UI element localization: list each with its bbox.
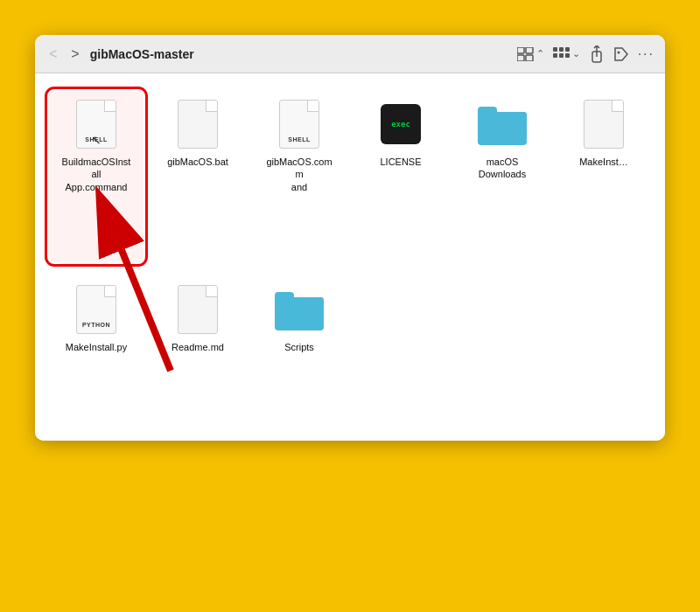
list-item[interactable]: gibMacOS.bat [150,91,245,262]
file-name: MakeInstall.py [66,341,127,353]
file-icon: SHELL ↖ [72,96,121,152]
exec-label: exec [391,120,410,129]
svg-rect-6 [565,47,570,52]
svg-rect-4 [553,47,557,52]
svg-rect-5 [559,47,564,52]
arrange-icon [553,47,570,61]
list-item[interactable]: Readme.md [150,276,245,423]
svg-rect-8 [559,53,564,58]
bat-file-icon [178,100,218,149]
file-icon [275,282,324,337]
list-item[interactable]: PYTHON MakeInstall.py [49,276,144,423]
file-grid-container: SHELL ↖ BuildmacOSInstallApp.command gib… [35,73,665,441]
share-button[interactable] [589,45,605,63]
toolbar-icons: ⌃ ⌄ [517,45,654,63]
finder-window: < > gibMacOS-master ⌃ [35,35,665,441]
tag-icon [613,46,629,62]
arrange-button[interactable]: ⌄ [553,47,580,61]
file-icon [173,282,222,337]
forward-button[interactable]: > [67,45,82,64]
svg-rect-2 [517,55,524,61]
svg-rect-3 [526,55,533,61]
list-item[interactable]: Scripts [252,276,346,423]
scripts-folder-icon [275,289,324,330]
file-icon [173,96,222,152]
file-icon [478,96,527,152]
file-icon: exec [376,96,425,152]
toolbar: < > gibMacOS-master ⌃ [35,35,665,73]
command-file-icon: SHELL [279,100,319,149]
list-item[interactable]: SHELL ↖ BuildmacOSInstallApp.command [49,91,144,262]
exec-file-icon: exec [381,104,421,144]
file-name: gibMacOS.bat [167,156,228,168]
readme-file-icon [178,285,218,334]
file-name: macOSDownloads [479,156,526,181]
path-title: gibMacOS-master [90,47,510,61]
svg-point-11 [617,51,620,53]
shell-label: SHELL [288,136,310,143]
file-name: BuildmacOSInstallApp.command [61,156,131,193]
back-button[interactable]: < [46,45,60,64]
svg-rect-0 [517,47,524,53]
svg-rect-7 [553,53,557,58]
file-grid: SHELL ↖ BuildmacOSInstallApp.command gib… [35,73,665,441]
file-name: Readme.md [172,341,224,353]
svg-rect-9 [565,53,570,58]
folder-body [478,112,527,145]
svg-rect-1 [526,47,533,53]
share-icon [589,45,605,63]
view-button[interactable]: ⌃ [517,47,544,61]
arrange-chevron: ⌄ [572,48,580,59]
file-name: gibMacOS.command [264,156,334,193]
list-item[interactable]: macOSDownloads [455,91,550,262]
python-file-icon: PYTHON [76,285,116,334]
folder-body [275,297,324,330]
view-chevron: ⌃ [536,48,544,59]
file-icon: PYTHON [72,282,121,337]
cursor-icon: ↖ [91,133,102,147]
file-name: MakeInst… [579,156,628,168]
list-item[interactable]: MakeInst… [556,91,651,262]
macos-folder-icon [478,103,527,145]
makeinstall-file-icon [584,100,624,149]
more-icon: ··· [638,46,654,62]
file-name: Scripts [284,341,314,353]
list-item[interactable]: exec LICENSE [354,91,448,262]
view-icon [517,47,535,61]
more-button[interactable]: ··· [638,46,654,62]
file-icon: SHELL [275,96,324,152]
file-icon [579,96,628,152]
list-item[interactable]: SHELL gibMacOS.command [252,91,346,262]
file-name: LICENSE [380,156,421,168]
python-label: PYTHON [82,322,110,328]
tag-button[interactable] [613,46,629,62]
